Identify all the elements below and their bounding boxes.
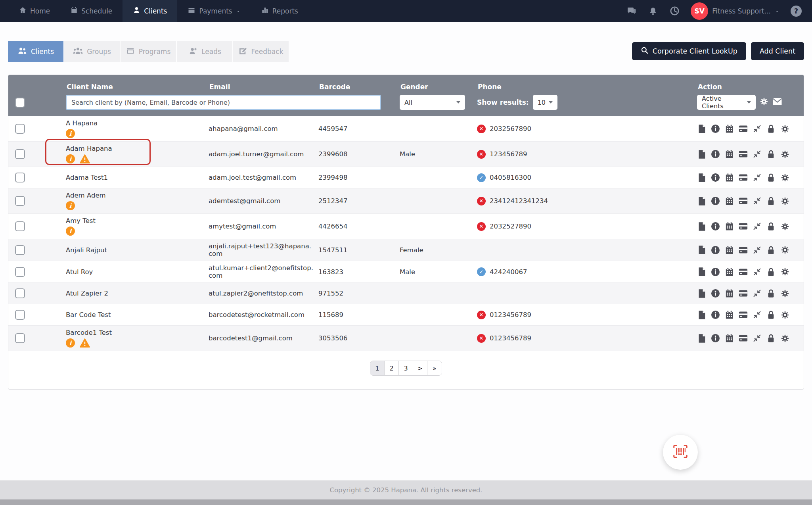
info-icon[interactable]: i	[66, 154, 75, 163]
info-circle-icon[interactable]	[711, 310, 720, 320]
warning-icon[interactable]	[80, 154, 90, 163]
lock-icon[interactable]	[766, 124, 776, 134]
barcode-scan-button[interactable]	[663, 435, 698, 470]
credit-card-icon[interactable]	[739, 222, 748, 231]
lock-icon[interactable]	[766, 334, 776, 343]
compress-icon[interactable]	[753, 334, 762, 343]
notifications-bell-icon[interactable]	[648, 6, 658, 16]
lock-icon[interactable]	[766, 222, 776, 231]
compress-icon[interactable]	[753, 196, 762, 206]
credit-card-icon[interactable]	[739, 245, 748, 255]
compress-icon[interactable]	[753, 245, 762, 255]
row-checkbox[interactable]	[15, 245, 25, 255]
nav-item-home[interactable]: Home	[9, 0, 60, 22]
calendar-icon[interactable]	[725, 245, 734, 255]
credit-card-icon[interactable]	[739, 196, 748, 206]
page-next-button[interactable]: >	[413, 361, 427, 375]
tab-clients[interactable]: Clients	[8, 41, 63, 62]
file-icon[interactable]	[697, 150, 706, 159]
gear-icon[interactable]	[780, 334, 789, 343]
row-checkbox[interactable]	[15, 333, 25, 343]
compress-icon[interactable]	[753, 173, 762, 182]
file-icon[interactable]	[697, 267, 706, 277]
tab-groups[interactable]: Groups	[64, 41, 120, 62]
client-status-select[interactable]: Active Clients	[697, 95, 756, 110]
row-checkbox[interactable]	[15, 267, 25, 277]
row-checkbox[interactable]	[15, 288, 25, 298]
gender-select[interactable]: All	[400, 95, 465, 110]
info-circle-icon[interactable]	[711, 267, 720, 277]
lock-icon[interactable]	[766, 173, 776, 182]
calendar-icon[interactable]	[725, 334, 734, 343]
gear-icon[interactable]	[780, 222, 789, 231]
credit-card-icon[interactable]	[739, 289, 748, 298]
corporate-client-lookup-button[interactable]: Corporate Client LookUp	[632, 42, 746, 60]
row-checkbox[interactable]	[15, 310, 25, 320]
row-checkbox[interactable]	[15, 196, 25, 206]
row-checkbox[interactable]	[15, 173, 25, 182]
file-icon[interactable]	[697, 196, 706, 206]
calendar-icon[interactable]	[725, 222, 734, 231]
lock-icon[interactable]	[766, 310, 776, 320]
info-circle-icon[interactable]	[711, 173, 720, 182]
tab-programs[interactable]: Programs	[121, 41, 176, 62]
info-circle-icon[interactable]	[711, 124, 720, 134]
account-menu[interactable]: SV Fitness Support...	[691, 2, 779, 20]
add-client-button[interactable]: Add Client	[751, 42, 804, 60]
nav-item-schedule[interactable]: Schedule	[60, 0, 123, 22]
calendar-icon[interactable]	[725, 267, 734, 277]
credit-card-icon[interactable]	[739, 124, 748, 134]
file-icon[interactable]	[697, 289, 706, 298]
lock-icon[interactable]	[766, 289, 776, 298]
info-circle-icon[interactable]	[711, 222, 720, 231]
row-checkbox[interactable]	[15, 221, 25, 231]
gear-icon[interactable]	[780, 173, 789, 182]
info-circle-icon[interactable]	[711, 196, 720, 206]
calendar-icon[interactable]	[725, 150, 734, 159]
info-icon[interactable]: i	[66, 227, 75, 236]
settings-gear-icon[interactable]	[760, 97, 768, 108]
info-circle-icon[interactable]	[711, 334, 720, 343]
show-results-select[interactable]: 10	[533, 95, 557, 110]
info-circle-icon[interactable]	[711, 150, 720, 159]
gear-icon[interactable]	[780, 150, 789, 159]
search-input[interactable]	[66, 95, 381, 110]
recent-activity-clock-icon[interactable]	[669, 6, 680, 16]
chat-icon[interactable]	[626, 6, 637, 16]
page-button-2[interactable]: 2	[385, 361, 399, 375]
warning-icon[interactable]	[80, 338, 90, 348]
calendar-icon[interactable]	[725, 173, 734, 182]
nav-item-payments[interactable]: Payments	[177, 0, 251, 22]
info-icon[interactable]: i	[66, 129, 75, 138]
row-checkbox[interactable]	[15, 124, 25, 134]
compress-icon[interactable]	[753, 222, 762, 231]
page-button-1[interactable]: 1	[370, 361, 385, 375]
lock-icon[interactable]	[766, 196, 776, 206]
credit-card-icon[interactable]	[739, 334, 748, 343]
file-icon[interactable]	[697, 334, 706, 343]
gear-icon[interactable]	[780, 124, 789, 134]
gear-icon[interactable]	[780, 267, 789, 277]
email-envelope-icon[interactable]	[772, 98, 782, 107]
gear-icon[interactable]	[780, 310, 789, 320]
compress-icon[interactable]	[753, 150, 762, 159]
calendar-icon[interactable]	[725, 124, 734, 134]
page-button-3[interactable]: 3	[399, 361, 413, 375]
compress-icon[interactable]	[753, 310, 762, 320]
file-icon[interactable]	[697, 222, 706, 231]
calendar-icon[interactable]	[725, 310, 734, 320]
credit-card-icon[interactable]	[739, 267, 748, 277]
help-icon[interactable]: ?	[791, 6, 802, 17]
gear-icon[interactable]	[780, 196, 789, 206]
lock-icon[interactable]	[766, 267, 776, 277]
info-icon[interactable]: i	[66, 201, 75, 210]
calendar-icon[interactable]	[725, 196, 734, 206]
nav-item-reports[interactable]: Reports	[251, 0, 308, 22]
file-icon[interactable]	[697, 124, 706, 134]
compress-icon[interactable]	[753, 124, 762, 134]
calendar-icon[interactable]	[725, 289, 734, 298]
lock-icon[interactable]	[766, 150, 776, 159]
nav-item-clients[interactable]: Clients	[123, 0, 177, 22]
credit-card-icon[interactable]	[739, 310, 748, 320]
credit-card-icon[interactable]	[739, 173, 748, 182]
